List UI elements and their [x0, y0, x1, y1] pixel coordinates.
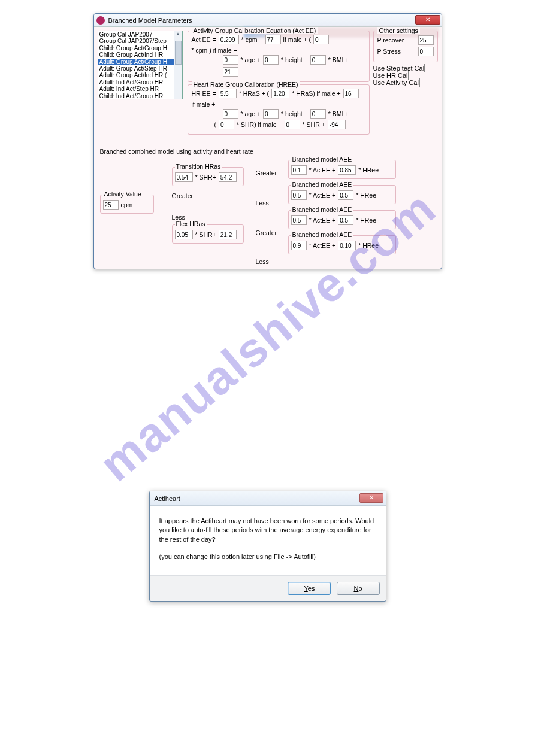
dialog-titlebar: Actiheart ✕ — [150, 491, 386, 506]
activity-group: Activity Group Calibration Equation (Act… — [188, 31, 370, 82]
act-bmi[interactable] — [223, 67, 238, 77]
hr-a[interactable] — [219, 89, 237, 98]
label: * BMI + — [328, 56, 349, 63]
r3-a[interactable] — [291, 215, 307, 225]
list-item[interactable]: Adult: Group Act/Ind HR ( — [98, 72, 182, 78]
group-title: Branched model AEE — [291, 231, 353, 238]
r4-a[interactable] — [291, 241, 307, 250]
r2-a[interactable] — [291, 190, 307, 200]
hr-age[interactable] — [223, 109, 238, 119]
hr-shr1[interactable] — [219, 120, 234, 129]
greater-label: Greater — [256, 169, 288, 177]
label: P recover — [377, 37, 404, 44]
titlebar: Branched Model Parameters ✕ — [94, 14, 442, 27]
window-title: Branched Model Parameters — [108, 17, 192, 24]
list-item[interactable]: Group Cal JAP2007/Step — [98, 38, 182, 44]
hr-group: Heart Rate Group Calibration (HREE) HR E… — [188, 84, 370, 135]
hr-b[interactable] — [271, 89, 289, 98]
act-age[interactable] — [223, 55, 238, 65]
label: * SHR + — [303, 121, 325, 128]
label: * ActEE + — [309, 192, 336, 199]
label: * HRaS + ( — [239, 90, 269, 97]
label: * HRee — [356, 217, 376, 224]
label: Use Activity Cal — [373, 79, 419, 86]
label: * cpm + — [241, 36, 263, 43]
label: * height + — [281, 56, 308, 63]
hr-c[interactable] — [343, 89, 359, 98]
label: Use HR Cal — [373, 72, 408, 79]
r1-b[interactable] — [338, 165, 356, 175]
aee-row-1: Branched model AEE * ActEE +* HRee — [288, 160, 396, 179]
transition-hras-group: Transition HRas * SHR+ — [172, 167, 244, 186]
no-tail: o — [358, 585, 362, 592]
flex-b[interactable] — [219, 230, 237, 239]
act-age2[interactable] — [263, 55, 279, 65]
label: cpm — [121, 201, 133, 208]
label: * age + — [241, 110, 261, 117]
label: * height + — [281, 110, 308, 117]
act-ee-c[interactable] — [313, 35, 329, 44]
list-item[interactable]: Child: Ind Act/Group HR — [98, 93, 182, 99]
no-button[interactable]: No — [337, 582, 380, 595]
list-item[interactable]: Adult: Group Act/Step HR — [98, 65, 182, 72]
r4-b[interactable] — [338, 241, 356, 250]
other-settings-group: Other settings P recover P Stress — [373, 31, 438, 62]
model-list[interactable]: Group Cal JAP2007 Group Cal JAP2007/Step… — [98, 31, 183, 99]
label: * ActEE + — [309, 242, 336, 249]
yes-button[interactable]: Yes — [288, 582, 331, 595]
less-label: Less — [256, 199, 288, 207]
hr-shr3[interactable] — [328, 120, 346, 129]
group-title: Branched model AEE — [291, 206, 353, 213]
list-item[interactable]: Adult: Ind Act/Step HR — [98, 86, 182, 92]
label: * BMI + — [328, 110, 349, 117]
group-title: Activity Value — [103, 190, 143, 198]
list-item-selected[interactable]: Adult: Group Act/Group H — [98, 59, 182, 65]
list-item[interactable]: Child: Group Act/Ind HR — [98, 51, 182, 58]
list-item[interactable]: Group Cal JAP2007 — [98, 31, 182, 38]
activity-value[interactable] — [103, 200, 119, 210]
r3-b[interactable] — [338, 215, 353, 225]
label: * ActEE + — [309, 166, 336, 174]
label: if male + ( — [283, 36, 311, 43]
list-item[interactable]: Child: Group Act/Group H — [98, 45, 182, 51]
act-ee-b[interactable] — [265, 35, 281, 44]
group-title: Flex HRas — [175, 220, 207, 227]
label: ( — [214, 121, 217, 128]
trans-b[interactable] — [219, 172, 237, 182]
autofill-dialog: Actiheart ✕ It appears the Actiheart may… — [149, 491, 386, 602]
act-height[interactable] — [310, 55, 326, 65]
close-button[interactable]: ✕ — [415, 15, 440, 25]
group-title: Activity Group Calibration Equation (Act… — [192, 27, 318, 34]
label: if male + — [192, 101, 216, 108]
flex-a[interactable] — [175, 230, 193, 239]
aee-row-3: Branched model AEE * ActEE +* HRee — [288, 210, 396, 229]
close-button[interactable]: ✕ — [359, 493, 383, 503]
step-test-checkbox[interactable] — [424, 64, 425, 72]
hr-cal-checkbox[interactable] — [408, 71, 409, 80]
label: * HRee — [358, 242, 379, 249]
r2-b[interactable] — [338, 190, 353, 200]
p-recover[interactable] — [418, 35, 434, 45]
list-item[interactable]: Adult: Ind Act/Group HR — [98, 79, 182, 86]
activity-cal-checkbox[interactable] — [419, 78, 420, 87]
label: * age + — [241, 56, 261, 63]
message-line-2: (you can change this option later using … — [159, 552, 376, 561]
trans-a[interactable] — [175, 172, 193, 182]
group-title: Other settings — [377, 27, 420, 34]
group-title: Heart Rate Group Calibration (HREE) — [192, 81, 300, 88]
scrollbar[interactable]: ▲ — [174, 31, 182, 99]
activity-value-group: Activity Value cpm — [100, 195, 154, 214]
r1-a[interactable] — [291, 165, 307, 175]
less-label: Less — [256, 258, 288, 265]
dialog-title: Actiheart — [155, 495, 180, 502]
p-stress[interactable] — [418, 47, 434, 56]
branched-model-window: Branched Model Parameters ✕ Group Cal JA… — [93, 13, 442, 269]
group-title: Branched model AEE — [291, 156, 353, 163]
greater-label: Greater — [256, 229, 288, 236]
hr-age2[interactable] — [263, 109, 279, 119]
label: P Stress — [377, 48, 401, 55]
hr-shr2[interactable] — [285, 120, 300, 129]
act-ee-a[interactable] — [219, 35, 239, 44]
hr-height[interactable] — [310, 109, 326, 119]
label: * SHR+ — [195, 231, 216, 238]
